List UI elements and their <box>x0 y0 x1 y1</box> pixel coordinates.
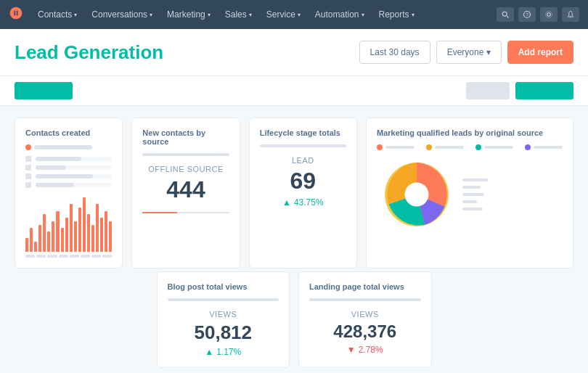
filter-dropdown[interactable] <box>466 82 510 99</box>
landing-source-label: VIEWS <box>309 310 421 319</box>
pie-right-legend <box>462 179 488 210</box>
chart-bar <box>74 221 77 252</box>
landing-page-views-card: Landing page total views VIEWS 428,376 2… <box>298 271 432 368</box>
page-title: Lead Generation <box>15 41 359 64</box>
landing-change: 2.78% <box>309 345 421 355</box>
nav-item-contacts[interactable]: Contacts ▾ <box>32 7 83 22</box>
lifecycle-title: Lifecycle stage totals <box>260 128 346 137</box>
stat-value-contacts: 444 <box>142 176 229 203</box>
legend-bar <box>34 145 92 149</box>
blog-change: 1.17% <box>168 347 279 357</box>
legend-dot-3 <box>475 144 481 150</box>
mql-by-source-card: Marketing qualified leads by original so… <box>366 118 573 269</box>
chart-bar <box>87 214 90 252</box>
legend-label-1 <box>385 146 415 149</box>
landing-down-arrow-icon <box>347 345 356 355</box>
legend-label-4 <box>534 146 563 149</box>
chart-bar <box>47 231 50 252</box>
lifecycle-value: 69 <box>260 168 346 194</box>
svg-point-4 <box>547 13 551 17</box>
landing-title: Landing page total views <box>309 282 421 291</box>
nav-item-conversations[interactable]: Conversations ▾ <box>86 7 158 22</box>
add-report-button[interactable]: Add report <box>507 41 573 64</box>
svg-point-8 <box>404 183 428 207</box>
svg-point-5 <box>546 12 552 18</box>
legend-dot-4 <box>525 144 531 150</box>
legend-label-3 <box>484 146 513 149</box>
blog-up-arrow-icon <box>205 347 213 357</box>
nav-settings-icon[interactable] <box>540 7 558 22</box>
page-header: Lead Generation Last 30 days Everyone ▾ … <box>0 29 588 76</box>
nav-help-icon[interactable]: ? <box>518 7 536 22</box>
chart-bar <box>38 225 41 253</box>
pie-chart <box>377 155 457 234</box>
nav-notifications-icon[interactable] <box>562 7 579 22</box>
nav-item-service[interactable]: Service ▾ <box>261 7 306 22</box>
chart-bar <box>65 218 68 252</box>
chart-bar <box>25 238 28 252</box>
stat-divider <box>142 212 229 213</box>
top-nav: Contacts ▾ Conversations ▾ Marketing ▾ S… <box>0 0 588 29</box>
up-arrow-icon <box>282 197 291 208</box>
chart-bar <box>70 204 73 252</box>
contacts-created-title: Contacts created <box>25 128 112 137</box>
svg-text:?: ? <box>526 12 528 17</box>
nav-item-marketing[interactable]: Marketing ▾ <box>161 7 216 22</box>
chart-bar <box>30 228 33 252</box>
blog-header-bar <box>168 298 279 301</box>
chart-bar <box>109 221 112 252</box>
chart-bar <box>52 221 54 252</box>
chart-bar <box>105 211 107 252</box>
chart-bar <box>96 204 99 252</box>
blog-value: 50,812 <box>168 321 279 344</box>
lifecycle-source-label: LEAD <box>260 156 346 165</box>
lifecycle-stage-card: Lifecycle stage totals LEAD 69 43.75% <box>249 118 357 269</box>
chart-bar <box>34 242 37 252</box>
landing-value: 428,376 <box>309 321 421 342</box>
pie-legend <box>377 144 563 150</box>
contacts-created-card: Contacts created <box>15 118 123 269</box>
nav-icon-group: ? <box>497 7 579 22</box>
chart-bar <box>91 225 94 253</box>
chart-bar <box>100 218 103 252</box>
source-label: OFFLINE SOURCE <box>142 165 229 173</box>
contacts-legend <box>25 144 112 150</box>
nav-search-icon[interactable] <box>497 7 514 22</box>
active-filter-tag[interactable] <box>15 82 73 99</box>
nav-item-automation[interactable]: Automation ▾ <box>309 7 370 22</box>
mql-title: Marketing qualified leads by original so… <box>377 128 563 137</box>
blog-source-label: VIEWS <box>168 310 279 319</box>
svg-line-1 <box>507 16 509 18</box>
date-range-button[interactable]: Last 30 days <box>359 41 430 64</box>
new-contacts-title: New contacts by source <box>142 128 229 146</box>
legend-label-2 <box>435 146 464 149</box>
chart-bar <box>78 208 81 252</box>
filter-toolbar <box>0 76 588 106</box>
lifecycle-header-bar <box>260 144 346 147</box>
chart-bar <box>83 197 86 252</box>
legend-dot <box>25 144 31 150</box>
nav-logo <box>9 6 23 24</box>
chart-bar <box>56 211 59 252</box>
lifecycle-change: 43.75% <box>260 197 346 208</box>
filter-apply-btn[interactable] <box>515 82 573 99</box>
bar-chart <box>25 194 112 252</box>
svg-point-0 <box>502 12 507 16</box>
everyone-dropdown-button[interactable]: Everyone ▾ <box>436 41 502 64</box>
header-actions: Last 30 days Everyone ▾ Add report <box>359 41 573 64</box>
new-contacts-by-source-card: New contacts by source OFFLINE SOURCE 44… <box>131 118 240 269</box>
nav-item-sales[interactable]: Sales ▾ <box>219 7 258 22</box>
legend-dot-1 <box>377 144 383 150</box>
main-content: Contacts created New contacts by source <box>0 106 588 373</box>
blog-post-views-card: Blog post total views VIEWS 50,812 1.17% <box>157 271 290 368</box>
chart-x-labels <box>25 255 112 258</box>
chart-bar <box>61 228 64 252</box>
chart-bar <box>43 214 46 252</box>
pie-container <box>377 155 563 234</box>
stat-header-bar <box>142 153 229 156</box>
contacts-rows <box>25 156 112 188</box>
landing-header-bar <box>309 298 421 301</box>
blog-views-title: Blog post total views <box>168 282 279 291</box>
legend-dot-2 <box>426 144 432 150</box>
nav-item-reports[interactable]: Reports ▾ <box>373 7 420 22</box>
